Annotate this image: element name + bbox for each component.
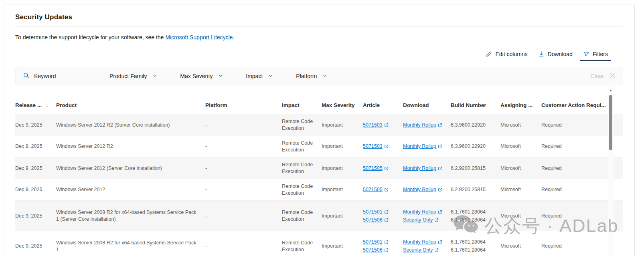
table-row: Dec 9, 2025Windows Server 2012-Remote Co… xyxy=(15,179,623,201)
column-header-product[interactable]: Product xyxy=(56,96,205,114)
release-date-cell: Dec 9, 2025 xyxy=(15,201,56,231)
external-link-icon xyxy=(384,144,389,149)
table-row: Dec 9, 2025Windows Server 2012 R2-Remote… xyxy=(15,136,623,157)
article-link[interactable]: 5071501 xyxy=(363,239,389,246)
table-row: Dec 9, 2025Windows Server 2008 R2 for x6… xyxy=(15,231,623,256)
download-link[interactable]: Monthly Rollup xyxy=(403,122,442,129)
external-link-icon xyxy=(438,144,442,149)
external-link-icon xyxy=(438,187,442,192)
download-link[interactable]: Security Only xyxy=(403,247,439,254)
table-body: Dec 9, 2025Windows Server 2012 R2 (Serve… xyxy=(15,114,623,256)
security-updates-table: Release ...↓ Product Platform Impact Max… xyxy=(15,96,623,256)
build-number-cell: 6.1.7601.280646.1.7601.28064 xyxy=(451,201,500,231)
release-date-cell: Dec 9, 2025 xyxy=(15,114,56,136)
download-cell: Monthly Rollup xyxy=(403,157,451,179)
max-severity-dropdown[interactable]: Max Severity xyxy=(180,73,223,79)
platform-cell: - xyxy=(205,157,282,179)
product-family-dropdown[interactable]: Product Family xyxy=(109,73,157,79)
platform-cell: - xyxy=(205,201,282,231)
assigning-cell: Microsoft xyxy=(500,136,541,157)
build-number-cell: 6.3.9600.22920 xyxy=(451,114,500,136)
assigning-cell: Microsoft xyxy=(500,114,541,136)
intro-text: To determine the support lifecycle for y… xyxy=(15,34,623,40)
support-lifecycle-link[interactable]: Microsoft Support Lifecycle xyxy=(165,34,233,40)
assigning-cell: Microsoft xyxy=(500,231,541,256)
platform-cell: - xyxy=(205,136,282,157)
chevron-down-icon xyxy=(268,73,273,79)
product-cell: Windows Server 2012 (Server Core install… xyxy=(56,157,205,179)
external-link-icon xyxy=(438,166,442,171)
external-link-icon xyxy=(434,248,439,252)
keyword-input[interactable] xyxy=(34,73,94,79)
article-cell: 5071503 xyxy=(363,136,403,157)
article-link[interactable]: 5071505 xyxy=(363,186,389,193)
vertical-scrollbar[interactable]: ▲ xyxy=(608,87,614,256)
platform-cell: - xyxy=(205,231,282,256)
page-title: Security Updates xyxy=(15,4,623,21)
assigning-cell: Microsoft xyxy=(500,201,541,231)
scroll-up-icon[interactable]: ▲ xyxy=(608,87,614,94)
table-row: Dec 9, 2025Windows Server 2008 R2 for x6… xyxy=(15,201,623,231)
download-link[interactable]: Monthly Rollup xyxy=(403,165,442,172)
assigning-cell: Microsoft xyxy=(500,179,541,200)
external-link-icon xyxy=(384,166,389,171)
max-severity-cell: Important xyxy=(322,157,363,179)
article-link[interactable]: 5071501 xyxy=(363,209,389,216)
external-link-icon xyxy=(438,123,442,127)
article-cell: 50715015071506 xyxy=(363,201,403,231)
download-cell: Monthly Rollup xyxy=(403,179,451,200)
max-severity-cell: Important xyxy=(322,179,363,200)
filter-funnel-icon xyxy=(583,51,589,57)
release-date-cell: Dec 9, 2025 xyxy=(15,179,56,200)
max-severity-cell: Important xyxy=(322,201,363,231)
article-link[interactable]: 5071506 xyxy=(363,217,389,224)
external-link-icon xyxy=(384,240,389,244)
column-header-article[interactable]: Article xyxy=(363,96,403,114)
product-cell: Windows Server 2012 R2 xyxy=(56,136,205,157)
filters-button[interactable]: Filters xyxy=(579,49,612,61)
close-icon xyxy=(610,73,616,80)
download-link[interactable]: Monthly Rollup xyxy=(403,143,442,150)
download-link[interactable]: Monthly Rollup xyxy=(403,186,442,193)
external-link-icon xyxy=(384,123,389,127)
impact-dropdown[interactable]: Impact xyxy=(246,73,273,79)
chevron-down-icon xyxy=(218,73,223,79)
build-number-cell: 6.1.7601.280646.1.7601.28064 xyxy=(451,231,500,256)
platform-dropdown[interactable]: Platform xyxy=(296,73,327,79)
max-severity-cell: Important xyxy=(322,114,363,136)
platform-cell: - xyxy=(205,114,282,136)
product-cell: Windows Server 2008 R2 for x64-based Sys… xyxy=(56,231,205,256)
impact-cell: Remote Code Execution xyxy=(282,136,322,157)
column-header-build-number[interactable]: Build Number xyxy=(451,96,500,114)
build-number-cell: 6.2.9200.25815 xyxy=(451,179,500,200)
pencil-icon xyxy=(486,51,492,57)
table-header-row: Release ...↓ Product Platform Impact Max… xyxy=(15,96,623,114)
edit-columns-button[interactable]: Edit columns xyxy=(482,49,531,61)
product-cell: Windows Server 2012 R2 (Server Core inst… xyxy=(56,114,205,136)
product-cell: Windows Server 2008 R2 for x64-based Sys… xyxy=(56,201,205,231)
scrollbar-thumb[interactable] xyxy=(609,95,612,150)
release-date-cell: Dec 9, 2025 xyxy=(15,157,56,179)
download-button[interactable]: Download xyxy=(534,49,577,61)
article-link[interactable]: 5071506 xyxy=(363,247,389,254)
external-link-icon xyxy=(438,210,442,214)
download-link[interactable]: Security Only xyxy=(403,217,439,224)
article-link[interactable]: 5071503 xyxy=(363,122,389,129)
column-header-max-severity[interactable]: Max Severity xyxy=(322,96,363,114)
impact-cell: Remote Code Execution xyxy=(282,231,322,256)
article-link[interactable]: 5071503 xyxy=(363,143,389,150)
table-row: Dec 9, 2025Windows Server 2012 R2 (Serve… xyxy=(15,114,623,136)
column-header-assigning[interactable]: Assigning ... xyxy=(500,96,541,114)
clear-filters-button[interactable]: Clear xyxy=(591,73,616,80)
title-divider xyxy=(15,26,623,27)
download-link[interactable]: Monthly Rollup xyxy=(403,209,442,216)
column-header-download[interactable]: Download xyxy=(403,96,451,114)
external-link-icon xyxy=(384,187,389,192)
column-header-platform[interactable]: Platform xyxy=(205,96,282,114)
article-link[interactable]: 5071505 xyxy=(363,165,389,172)
download-link[interactable]: Monthly Rollup xyxy=(403,239,442,246)
column-header-release[interactable]: Release ...↓ xyxy=(15,96,56,114)
column-header-impact[interactable]: Impact xyxy=(282,96,322,114)
impact-cell: Remote Code Execution xyxy=(282,114,322,136)
chevron-down-icon xyxy=(322,73,327,79)
